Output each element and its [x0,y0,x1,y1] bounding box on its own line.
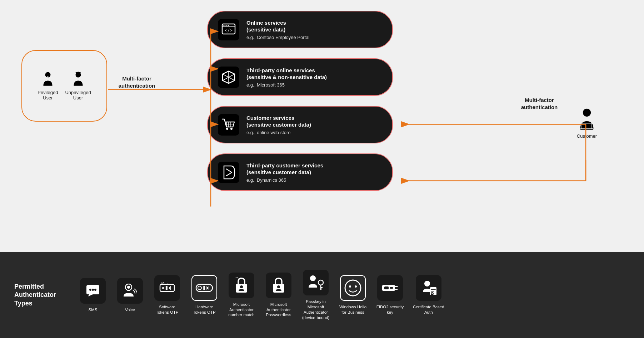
services-container: </> Online services(sensitive data) e.g.… [207,11,393,191]
hw-token-icon-box [191,275,217,301]
service-third-party-online: Third-party online services(sensitive & … [207,58,393,96]
auth-item-soft-token: xx_. SoftwareTokens OTP [153,275,181,315]
svg-point-71 [424,281,430,286]
svg-point-39 [163,288,164,289]
svg-point-33 [92,289,94,291]
service-customer-services: Customer services(sensitive customer dat… [207,106,393,143]
bottom-bar: PermittedAuthenticatorTypes SMS [0,252,644,338]
svg-point-14 [230,128,233,130]
sms-label: SMS [89,307,98,313]
svg-rect-73 [431,289,436,290]
authenticator-items: SMS Voice [79,270,630,320]
service-third-party-customer: Third-party customer services(sensitive … [207,153,393,191]
svg-rect-70 [395,287,398,289]
third-party-customer-icon [218,162,239,183]
auth-item-cert: Certificate BasedAuth [413,275,444,315]
third-party-online-icon [218,67,239,88]
passkey-label: Passkey inMicrosoftAuthenticator(device-… [302,299,330,320]
svg-point-34 [94,289,96,291]
svg-rect-16 [582,123,592,129]
svg-point-7 [228,25,229,26]
soft-token-label: SoftwareTokens OTP [156,304,178,315]
svg-point-63 [345,280,361,296]
auth-item-passkey: Passkey inMicrosoftAuthenticator(device-… [301,270,330,320]
customer-label: Customer [577,133,597,139]
customer-services-example: e.g., online web store [246,130,311,135]
ms-auth-nm-label: MicrosoftAuthenticatornumber match [228,302,255,318]
cert-label: Certificate BasedAuth [413,304,444,315]
third-party-customer-example: e.g., Dynamics 365 [246,177,323,183]
third-party-online-example: e.g., Microsoft 365 [246,82,327,88]
online-services-text: Online services(sensitive data) e.g., Co… [246,19,309,40]
voice-icon-box [117,278,143,304]
svg-point-36 [127,286,130,289]
svg-text:</>: </> [225,28,233,33]
svg-rect-68 [384,286,389,289]
passkey-icon-box [303,270,329,295]
fido2-icon-box [377,275,403,301]
online-services-example: e.g., Contoso Employee Portal [246,35,309,40]
svg-point-32 [89,289,91,291]
privileged-user-icon [40,71,56,87]
svg-rect-17 [580,128,593,130]
auth-item-voice: Voice [116,278,144,313]
third-party-online-title: Third-party online services(sensitive & … [246,67,327,81]
users-box: PrivilegedUser UnprivilegedUser [21,50,107,122]
ms-auth-nm-icon-box: xx_. [229,273,254,298]
auth-item-hw-token: HardwareTokens OTP [190,275,219,315]
unprivileged-user-icon [70,71,86,87]
customer-services-icon [218,114,239,136]
svg-text:xx_.: xx_. [235,277,241,279]
customer-box: Customer [576,107,598,139]
auth-item-ms-auth-nm: xx_. MicrosoftAuthenticatornumber match [227,273,256,318]
svg-point-58 [310,275,316,281]
customer-services-title: Customer services(sensitive customer dat… [246,114,311,128]
ms-auth-pw-icon-box [266,273,291,298]
svg-point-15 [583,109,591,117]
svg-point-59 [318,280,323,285]
diagram-area: PrivilegedUser UnprivilegedUser Multi-fa… [0,0,644,252]
cert-icon-box [416,275,441,301]
privileged-user-item: PrivilegedUser [38,71,58,101]
customer-icon [576,107,598,131]
auth-item-whfb: Windows Hellofor Business [339,275,367,315]
third-party-online-text: Third-party online services(sensitive & … [246,67,327,88]
privileged-user-label: PrivilegedUser [38,90,58,101]
main-container: PrivilegedUser UnprivilegedUser Multi-fa… [0,0,644,338]
ms-auth-pw-label: MicrosoftAuthenticatorPasswordless [266,302,291,318]
third-party-customer-text: Third-party customer services(sensitive … [246,162,323,183]
mfa-label-left: Multi-factorauthentication [114,75,160,89]
svg-point-64 [349,285,351,288]
third-party-customer-title: Third-party customer services(sensitive … [246,162,323,176]
svg-point-65 [355,285,357,288]
online-services-icon: </> [218,19,239,40]
mfa-label-right: Multi-factorauthentication [516,97,563,111]
auth-item-sms: SMS [79,278,107,313]
svg-point-57 [277,285,280,288]
customer-services-text: Customer services(sensitive customer dat… [246,114,311,135]
auth-item-fido2: FIDO2 securitykey [376,275,404,315]
soft-token-icon-box: xx_. [154,275,180,301]
unprivileged-user-label: UnprivilegedUser [65,90,91,101]
whfb-label: Windows Hellofor Business [339,304,366,315]
permitted-authenticator-label: PermittedAuthenticatorTypes [14,283,71,308]
svg-point-6 [226,25,227,26]
service-online-services: </> Online services(sensitive data) e.g.… [207,11,393,48]
svg-point-13 [226,128,228,130]
svg-rect-69 [390,287,393,289]
unprivileged-user-item: UnprivilegedUser [65,71,91,101]
svg-point-54 [240,285,243,288]
voice-label: Voice [125,307,135,313]
online-services-title: Online services(sensitive data) [246,19,309,33]
svg-text:xx_.: xx_. [161,281,168,284]
whfb-icon-box [340,275,366,301]
svg-rect-74 [431,291,434,292]
svg-point-47 [198,286,201,290]
fido2-label: FIDO2 securitykey [376,304,404,315]
auth-item-ms-auth-pw: MicrosoftAuthenticatorPasswordless [264,273,293,318]
svg-point-5 [224,25,225,26]
hw-token-label: HardwareTokens OTP [193,304,215,315]
sms-icon-box [80,278,106,304]
